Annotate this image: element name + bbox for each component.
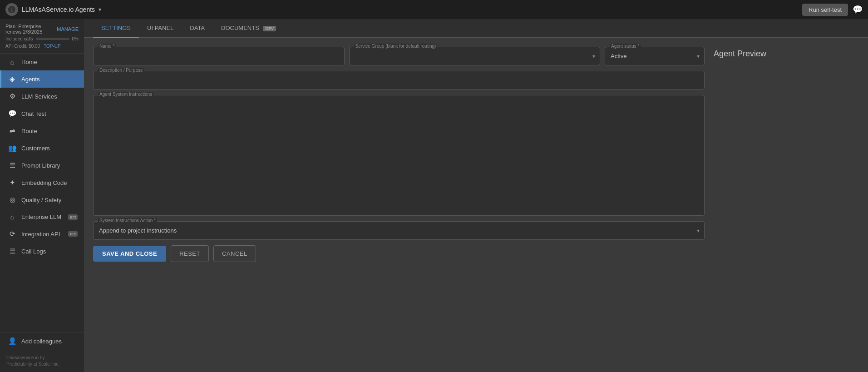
included-calls-label: Included calls xyxy=(5,36,33,41)
sidebar-item-enterprise-llm[interactable]: ⌂ Enterprise LLM ent xyxy=(0,208,84,225)
brand-dropdown-icon[interactable]: ▾ xyxy=(99,6,101,13)
documents-badge: DEV xyxy=(263,26,276,31)
customers-icon: 👥 xyxy=(8,144,17,152)
name-field: Name * xyxy=(93,47,345,65)
system-instructions-action-field: System Instructions Action * Append to p… xyxy=(93,221,705,240)
system-instructions-action-label: System Instructions Action * xyxy=(98,218,157,223)
service-group-field: Service Group (blank for default routing… xyxy=(349,47,601,65)
layout: Plan: Enterprise renews 2/3/2025 MANAGE … xyxy=(0,19,868,372)
agent-preview-title: Agent Preview xyxy=(714,47,859,59)
status-label: Agent status * xyxy=(610,44,641,49)
description-field: Description / Purpose xyxy=(93,71,705,89)
form-left: Name * Service Group (blank for default … xyxy=(93,47,705,363)
footer-logo: llmasaservice.io by Predictability at Sc… xyxy=(6,355,78,367)
quality-safety-icon: ◎ xyxy=(8,196,17,204)
nav-items: ⌂ Home ◈ Agents ⚙ LLM Services 💬 Chat Te… xyxy=(0,54,84,332)
sidebar-item-label-home: Home xyxy=(21,59,37,65)
reset-button[interactable]: RESET xyxy=(171,245,209,262)
agent-preview-panel: Agent Preview xyxy=(714,47,859,363)
sidebar-item-label-quality-safety: Quality / Safety xyxy=(21,197,61,203)
plan-text: Plan: Enterprise renews 2/3/2025 xyxy=(5,24,42,35)
sidebar: Plan: Enterprise renews 2/3/2025 MANAGE … xyxy=(0,19,84,372)
sidebar-item-label-embedding-code: Embedding Code xyxy=(21,179,67,186)
sidebar-item-integration-api[interactable]: ⟳ Integration API ent xyxy=(0,225,84,243)
sidebar-item-call-logs[interactable]: ☰ Call Logs xyxy=(0,243,84,260)
chat-test-icon: 💬 xyxy=(8,109,17,118)
home-icon: ⌂ xyxy=(8,58,17,66)
sidebar-item-route[interactable]: ⇌ Route xyxy=(0,122,84,139)
tab-ui-panel[interactable]: UI PANEL xyxy=(139,19,182,38)
sidebar-item-quality-safety[interactable]: ◎ Quality / Safety xyxy=(0,191,84,208)
status-select[interactable]: Active Inactive Draft xyxy=(605,47,704,65)
main-content: SETTINGS UI PANEL DATA DOCUMENTS DEV Nam… xyxy=(84,19,868,372)
enterprise-llm-badge: ent xyxy=(68,214,78,220)
prompt-library-icon: ☰ xyxy=(8,161,17,169)
form-row-top: Name * Service Group (blank for default … xyxy=(93,47,705,65)
instructions-field: Agent System Instructions xyxy=(93,95,705,216)
integration-api-icon: ⟳ xyxy=(8,230,17,238)
enterprise-llm-icon: ⌂ xyxy=(8,213,17,221)
sidebar-item-label-chat-test: Chat Test xyxy=(21,110,46,117)
llm-services-icon: ⚙ xyxy=(8,92,17,100)
call-logs-icon: ☰ xyxy=(8,247,17,255)
agents-icon: ◈ xyxy=(8,75,17,83)
progress-bar xyxy=(36,38,69,40)
topbar-left: L LLMAsAService.io Agents ▾ xyxy=(5,3,101,16)
brand-title: LLMAsAService.io Agents xyxy=(22,6,95,13)
add-colleagues-icon: 👤 xyxy=(8,337,17,345)
sidebar-item-embedding-code[interactable]: ✦ Embedding Code xyxy=(0,174,84,191)
tab-settings[interactable]: SETTINGS xyxy=(93,19,139,38)
sidebar-item-prompt-library[interactable]: ☰ Prompt Library xyxy=(0,157,84,174)
sidebar-item-label-llm-services: LLM Services xyxy=(21,93,57,100)
sidebar-item-label-enterprise-llm: Enterprise LLM xyxy=(21,213,61,220)
brand-icon: L xyxy=(5,3,18,16)
instructions-label: Agent System Instructions xyxy=(98,92,153,97)
service-group-select[interactable] xyxy=(350,47,600,65)
top-up-link[interactable]: TOP-UP xyxy=(44,44,61,49)
sidebar-item-llm-services[interactable]: ⚙ LLM Services xyxy=(0,88,84,105)
system-instructions-action-select[interactable]: Append to project instructions Replace p… xyxy=(94,222,704,239)
progress-pct: 0% xyxy=(72,36,79,41)
topbar-right: Run self-test 💬 xyxy=(802,4,863,16)
sidebar-item-label-call-logs: Call Logs xyxy=(21,248,46,255)
name-label: Name * xyxy=(98,44,116,49)
tab-documents[interactable]: DOCUMENTS DEV xyxy=(213,19,284,38)
chat-icon[interactable]: 💬 xyxy=(853,5,863,15)
embedding-code-icon: ✦ xyxy=(8,179,17,187)
buttons-row: SAVE AND CLOSE RESET CANCEL xyxy=(93,245,705,262)
svg-text:L: L xyxy=(10,7,13,12)
sidebar-item-agents[interactable]: ◈ Agents xyxy=(0,70,84,88)
sidebar-item-label-agents: Agents xyxy=(21,76,39,83)
plan-section: Plan: Enterprise renews 2/3/2025 MANAGE … xyxy=(0,19,84,54)
service-group-label: Service Group (blank for default routing… xyxy=(354,44,438,49)
sidebar-item-customers[interactable]: 👥 Customers xyxy=(0,139,84,157)
status-field: Agent status * Active Inactive Draft ▾ xyxy=(605,47,705,65)
description-input[interactable] xyxy=(94,71,704,89)
sidebar-item-label-prompt-library: Prompt Library xyxy=(21,162,60,169)
description-label: Description / Purpose xyxy=(98,68,144,73)
sidebar-footer: llmasaservice.io by Predictability at Sc… xyxy=(0,350,84,372)
integration-api-badge: ent xyxy=(68,231,78,237)
sidebar-item-label-integration-api: Integration API xyxy=(21,231,60,238)
api-credit-text: API Credit: $0.00 xyxy=(5,44,40,49)
tabs: SETTINGS UI PANEL DATA DOCUMENTS DEV xyxy=(84,19,868,38)
save-and-close-button[interactable]: SAVE AND CLOSE xyxy=(93,246,166,262)
tab-data[interactable]: DATA xyxy=(182,19,213,38)
plan-manage-link[interactable]: MANAGE xyxy=(57,26,79,32)
topbar: L LLMAsAService.io Agents ▾ Run self-tes… xyxy=(0,0,868,19)
sidebar-item-chat-test[interactable]: 💬 Chat Test xyxy=(0,105,84,122)
sidebar-item-label-route: Route xyxy=(21,128,37,134)
sidebar-item-home[interactable]: ⌂ Home xyxy=(0,54,84,70)
cancel-button[interactable]: CANCEL xyxy=(213,245,256,262)
instructions-textarea[interactable] xyxy=(94,95,704,213)
route-icon: ⇌ xyxy=(8,127,17,135)
form-area: Name * Service Group (blank for default … xyxy=(84,38,868,372)
run-selftest-button[interactable]: Run self-test xyxy=(802,4,848,16)
add-colleagues-label: Add colleagues xyxy=(21,338,62,345)
name-input[interactable] xyxy=(94,47,344,65)
sidebar-item-label-customers: Customers xyxy=(21,145,50,152)
add-colleagues-item[interactable]: 👤 Add colleagues xyxy=(0,332,84,350)
